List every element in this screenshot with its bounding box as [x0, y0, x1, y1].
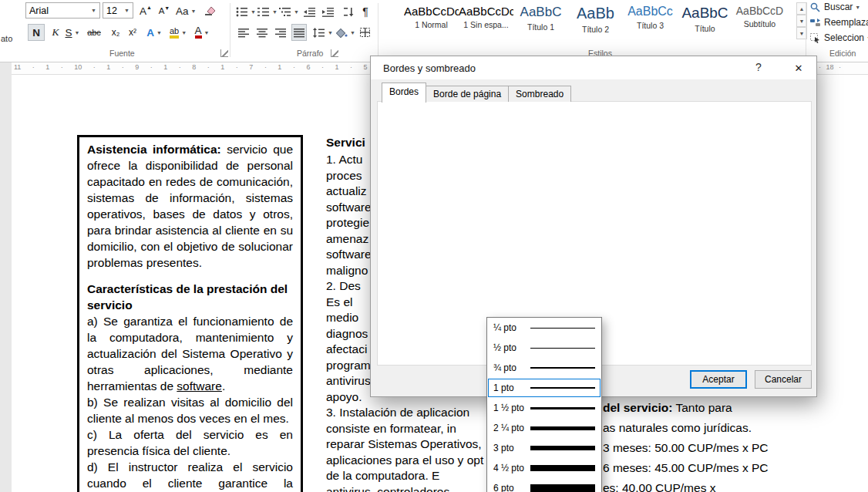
- clear-formatting-button[interactable]: [203, 2, 218, 19]
- width-option-3pt[interactable]: 3 pto: [487, 438, 601, 458]
- paragraph-dialog-launcher[interactable]: [331, 49, 338, 57]
- replace-button[interactable]: Reemplaza: [810, 17, 868, 28]
- style-preview: AaBbCcDc: [404, 5, 459, 18]
- width-option-label: ¼ pto: [493, 322, 530, 333]
- price-line-3: 3 meses: 50.00 CUP/mes x PC: [603, 438, 796, 458]
- chevron-down-icon: ▼: [204, 30, 210, 35]
- line-sample: [530, 446, 595, 450]
- shrink-font-button[interactable]: A▼: [156, 2, 172, 19]
- dialog-tabs: Bordes Borde de página Sombreado: [382, 85, 570, 102]
- bordered-paragraph-box[interactable]: Asistencia informática: servicio que ofr…: [77, 135, 303, 492]
- price-line-4: 6 meses: 45.00 CUP/mes x PC: [603, 458, 796, 478]
- accept-button[interactable]: Aceptar: [690, 370, 747, 389]
- tab-borde-de-pagina[interactable]: Borde de página: [426, 86, 509, 102]
- multilevel-list-button[interactable]: ▼: [279, 3, 299, 20]
- help-button[interactable]: ?: [749, 61, 769, 76]
- chevron-down-icon: ▼: [181, 30, 187, 35]
- superscript-button[interactable]: x²: [125, 24, 140, 41]
- font-dialog-launcher[interactable]: [220, 49, 228, 57]
- decrease-indent-button[interactable]: [302, 3, 318, 20]
- style-item-heading2[interactable]: AaBb Título 2: [568, 2, 623, 42]
- width-option-1pt[interactable]: 1 pto: [487, 378, 601, 398]
- numbering-button[interactable]: ▼: [257, 3, 278, 20]
- ribbon: ato Arial ▼ 12 ▼ A▲ A▼ Aa ▼ N: [0, 0, 868, 62]
- font-color-bar: [195, 35, 202, 39]
- italic-button[interactable]: K: [48, 24, 63, 41]
- underline-letter: S: [66, 27, 72, 39]
- line-sample: [530, 387, 595, 389]
- style-item-no-spacing[interactable]: AaBbCcDc 1 Sin espa...: [459, 2, 513, 42]
- close-button[interactable]: ✕: [781, 56, 816, 79]
- underlined-word: software: [177, 379, 222, 393]
- change-case-button[interactable]: Aa ▼: [176, 2, 196, 19]
- style-item-subtitle[interactable]: AaBbCcD Subtítulo: [732, 2, 787, 42]
- bold-button[interactable]: N: [28, 24, 45, 41]
- width-option-half[interactable]: ½ pto: [487, 338, 601, 358]
- increase-indent-button[interactable]: [321, 3, 336, 20]
- width-option-1-5pt[interactable]: 1 ½ pto: [487, 398, 601, 418]
- grow-font-letter: A: [140, 5, 146, 17]
- sort-button[interactable]: [341, 3, 356, 20]
- align-left-button[interactable]: [236, 24, 251, 41]
- editing-group-label: Edición: [829, 49, 856, 58]
- tab-bordes[interactable]: Bordes: [382, 83, 426, 103]
- show-marks-button[interactable]: ¶: [358, 3, 373, 20]
- underline-button[interactable]: S ▼: [65, 24, 80, 41]
- chevron-down-icon: ▼: [294, 9, 299, 15]
- select-button[interactable]: Seleccion ▼: [810, 32, 868, 43]
- highlight-color-bar: [170, 35, 179, 39]
- width-option-4-5pt[interactable]: 4 ½ pto: [487, 458, 601, 478]
- font-color-button[interactable]: A ▼: [194, 24, 210, 41]
- justify-button[interactable]: [291, 24, 307, 41]
- style-item-heading3[interactable]: AaBbCc Título 3: [623, 2, 678, 42]
- paint-bucket-icon: [336, 28, 348, 38]
- width-option-three-quarter[interactable]: ¾ pto: [487, 358, 601, 378]
- select-cursor-icon: [810, 33, 820, 43]
- select-label: Seleccion: [824, 32, 864, 43]
- width-dropdown-list[interactable]: ¼ pto ½ pto ¾ pto 1 pto 1 ½ pto 2 ¼ pto …: [486, 317, 602, 492]
- style-item-title[interactable]: AaBbC Título: [678, 2, 732, 42]
- borders-button[interactable]: [358, 24, 373, 41]
- subscript-button[interactable]: x₂: [108, 24, 123, 41]
- style-preview: AaBbC: [678, 5, 732, 22]
- line-sample: [530, 484, 595, 492]
- bullets-button[interactable]: ▼: [236, 3, 256, 20]
- chevron-down-icon: ▼: [272, 9, 278, 15]
- find-button[interactable]: Buscar ▼: [810, 2, 860, 12]
- width-option-quarter[interactable]: ¼ pto: [487, 318, 601, 338]
- dialog-titlebar[interactable]: Bordes y sombreado ? ✕: [371, 56, 816, 79]
- group-divider: [378, 3, 378, 57]
- width-option-label: 4 ½ pto: [493, 463, 530, 473]
- width-option-label: 1 ½ pto: [493, 403, 530, 413]
- font-size-value: 12: [106, 5, 117, 16]
- line-spacing-button[interactable]: ▼: [313, 24, 333, 41]
- style-item-normal[interactable]: AaBbCcDc 1 Normal: [404, 2, 459, 42]
- style-item-heading1[interactable]: AaBbC Título 1: [513, 2, 568, 42]
- ruler-marks-right: · 18 ·: [819, 63, 841, 71]
- font-name-combobox[interactable]: Arial ▼: [25, 2, 100, 19]
- text-effects-button[interactable]: A ▼: [146, 24, 162, 41]
- eraser-icon: [204, 5, 217, 16]
- font-group-label: Fuente: [109, 49, 135, 58]
- tab-sombreado[interactable]: Sombreado: [508, 86, 571, 102]
- borders-grid-icon: [360, 28, 371, 38]
- shading-button[interactable]: ▼: [336, 24, 355, 41]
- width-option-label: ½ pto: [493, 342, 530, 353]
- strikethrough-button[interactable]: abc: [86, 24, 102, 41]
- line-sample: [530, 426, 595, 430]
- superscript-letters: x²: [129, 27, 136, 38]
- align-center-button[interactable]: [254, 24, 270, 41]
- price-line-text: Tanto para: [672, 401, 732, 414]
- grow-font-button[interactable]: A▲: [138, 2, 153, 19]
- price-line-5: es: 40.00 CUP/mes x: [603, 478, 796, 492]
- group-divider: [806, 3, 806, 57]
- bold-letter: N: [32, 27, 40, 39]
- width-option-2-25pt[interactable]: 2 ¼ pto: [487, 418, 601, 438]
- paragraph-a: a) Se garantiza el funcionamiento de la …: [87, 313, 293, 394]
- width-option-6pt[interactable]: 6 pto: [487, 478, 601, 492]
- replace-icon: [810, 18, 820, 28]
- cancel-button[interactable]: Cancelar: [755, 370, 812, 389]
- font-size-combobox[interactable]: 12 ▼: [103, 2, 133, 19]
- highlight-button[interactable]: ab ▼: [170, 24, 187, 41]
- align-right-button[interactable]: [273, 24, 288, 41]
